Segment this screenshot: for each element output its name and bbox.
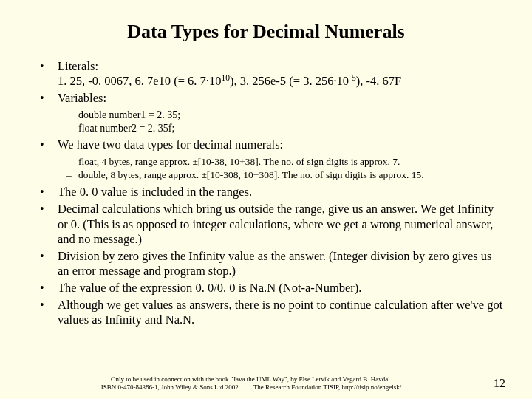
text: 1. 25, -0. 0067, 6. 7e10 (= 6. 7·10 [58,74,222,88]
sub-item-float: float, 4 bytes, range approx. ±[10-38, 1… [66,156,505,168]
bullet-no-point: Although we get values as answers, there… [40,298,505,327]
text: ), -4. 67F [356,74,401,88]
bullet-two-types: We have two data types for decimal numer… [40,137,505,182]
text: We have two data types for decimal numer… [58,137,283,151]
bullet-outside-range: Decimal calculations which bring us outs… [40,202,505,246]
superscript: -5 [349,73,356,82]
page-title: Data Types for Decimal Numerals [27,21,505,43]
footer-row: Only to be used in connection with the b… [27,375,505,392]
bullet-div-zero: Division by zero gives the Infinity valu… [40,249,505,279]
bullet-list: Literals: 1. 25, -0. 0067, 6. 7e10 (= 6.… [27,59,505,327]
footer-line1: Only to be used in connection with the b… [111,375,392,383]
sub-list: float, 4 bytes, range approx. ±[10-38, 1… [66,156,505,183]
page-number: 12 [476,375,505,390]
footer-line3: The Research Foundation TISIP, http://ti… [253,383,401,391]
text: Decimal calculations which bring us outs… [58,202,494,245]
footer-text: Only to be used in connection with the b… [27,375,476,392]
text: Literals: [58,59,98,73]
text: The 0. 0 value is included in the ranges… [58,185,252,199]
divider [27,372,505,372]
bullet-zero-included: The 0. 0 value is included in the ranges… [40,185,505,200]
code-block: double number1 = 2. 35; float number2 = … [78,109,505,134]
text: double, 8 bytes, range approx. ±[10-308,… [78,169,424,180]
footer-line2: ISBN 0-470-84386-1, John Wiley & Sons Lt… [101,383,239,391]
text: The value of the expression 0. 0/0. 0 is… [58,281,361,295]
bullet-literals: Literals: 1. 25, -0. 0067, 6. 7e10 (= 6.… [40,59,505,89]
bullet-variables: Variables: double number1 = 2. 35; float… [40,91,505,134]
text: float, 4 bytes, range approx. ±[10-38, 1… [78,156,400,167]
bullet-nan: The value of the expression 0. 0/0. 0 is… [40,281,505,296]
text: ), 3. 256e-5 (= 3. 256·10 [230,74,349,88]
slide: Data Types for Decimal Numerals Literals… [0,0,532,399]
footer: Only to be used in connection with the b… [0,372,532,392]
code-line: double number1 = 2. 35; [78,109,505,122]
text: Variables: [58,91,106,105]
text: Division by zero gives the Infinity valu… [58,249,491,278]
code-line: float number2 = 2. 35f; [78,122,505,135]
text: Although we get values as answers, there… [58,298,502,327]
superscript: 10 [222,73,231,82]
sub-item-double: double, 8 bytes, range approx. ±[10-308,… [66,169,505,182]
